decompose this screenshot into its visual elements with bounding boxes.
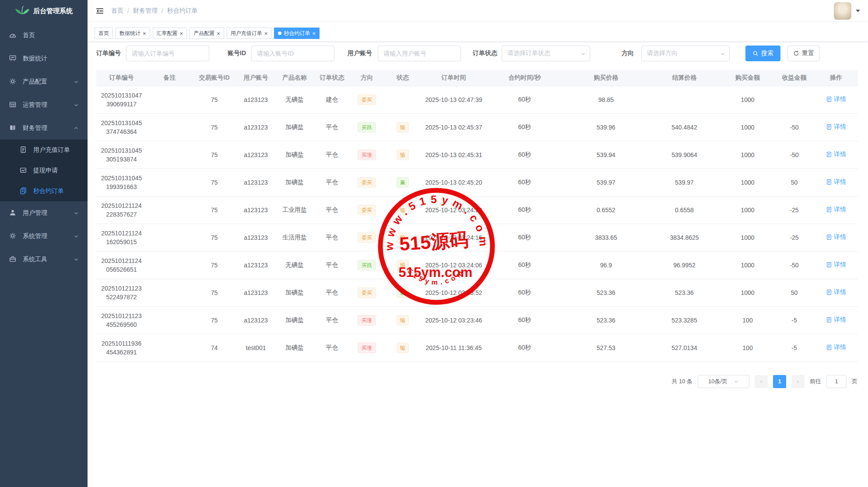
- breadcrumb-home[interactable]: 首页: [111, 7, 123, 15]
- detail-link[interactable]: 详情: [826, 206, 846, 214]
- close-icon[interactable]: ×: [217, 31, 220, 36]
- detail-link[interactable]: 详情: [826, 178, 846, 186]
- sidebar-item-contract-orders[interactable]: 秒合约订单: [0, 181, 88, 201]
- cell-remark: [147, 251, 193, 279]
- goto-page-input[interactable]: [826, 375, 847, 388]
- table-row: 202510121124056526651 75 a123123 无碘盐 平仓 …: [96, 251, 858, 279]
- cell-user-account: a123123: [236, 86, 276, 113]
- user-menu[interactable]: [834, 2, 860, 20]
- col-actions: 操作: [814, 70, 858, 86]
- cell-status: 输: [383, 251, 422, 279]
- table-row: 202510121123522497872 75 a123123 加碘盐 平仓 …: [96, 279, 858, 306]
- sidebar-item-statistics[interactable]: 数据统计: [0, 47, 88, 70]
- sidebar-item-system[interactable]: 系统管理: [0, 224, 88, 248]
- cell-account-id: 75: [193, 86, 236, 113]
- order-no-input[interactable]: [126, 46, 209, 61]
- tab-exchange-rate[interactable]: 汇率配置 ×: [153, 28, 187, 39]
- cell-amount: 1000: [721, 251, 774, 279]
- cell-direction: 委买: [351, 86, 383, 113]
- close-icon[interactable]: ×: [143, 31, 146, 36]
- detail-link[interactable]: 详情: [826, 316, 846, 324]
- detail-link-label: 详情: [834, 178, 846, 186]
- cell-user-account: a123123: [236, 224, 276, 251]
- tab-recharge-orders[interactable]: 用户充值订单 ×: [227, 28, 272, 39]
- cell-order-time: 2025-10-13 02:47:39: [422, 86, 485, 113]
- sidebar-item-operations[interactable]: 运营管理: [0, 93, 88, 116]
- cell-actions: 详情: [814, 224, 858, 251]
- cell-order-status: 平仓: [313, 251, 351, 279]
- table-row: 202510131045374746364 75 a123123 加碘盐 平仓 …: [96, 113, 858, 141]
- tab-label: 首页: [98, 28, 109, 39]
- close-icon[interactable]: ×: [312, 31, 316, 36]
- close-icon[interactable]: ×: [264, 31, 268, 36]
- sidebar-item-tools[interactable]: 系统工具: [0, 248, 88, 271]
- detail-link-label: 详情: [834, 261, 846, 269]
- cell-user-account: a123123: [236, 279, 276, 306]
- cell-order-status: 平仓: [313, 196, 351, 224]
- tab-statistics[interactable]: 数据统计 ×: [116, 28, 150, 39]
- prev-page-button[interactable]: ‹: [755, 375, 768, 388]
- tab-home[interactable]: 首页: [95, 28, 113, 39]
- cell-settle-price: 539.9064: [648, 141, 721, 168]
- cell-remark: [147, 113, 193, 141]
- cell-order-time: 2025-10-13 02:45:20: [422, 168, 485, 196]
- sidebar-item-withdraw-requests[interactable]: 提现申请: [0, 160, 88, 181]
- finance-book-icon: [9, 124, 18, 133]
- order-status-select[interactable]: 请选择订单状态: [502, 46, 590, 61]
- col-order-no: 订单编号: [96, 70, 147, 86]
- dashboard-icon: [9, 31, 18, 40]
- app-logo: 后台管理系统: [0, 0, 88, 22]
- cell-direction: 委买: [351, 224, 383, 251]
- direction-badge: 委买: [358, 287, 376, 298]
- cell-actions: 详情: [814, 279, 858, 306]
- table-row: 202510131047390699117 75 a123123 无碘盐 建仓 …: [96, 86, 858, 113]
- detail-link[interactable]: 详情: [826, 288, 846, 296]
- cell-buy-price: 96.9: [564, 251, 648, 279]
- detail-link[interactable]: 详情: [826, 151, 846, 158]
- cell-profit: -50: [774, 113, 814, 141]
- direction-select[interactable]: 请选择方向: [641, 46, 730, 61]
- cell-order-time: 2025-10-12 03:24:23: [422, 196, 485, 224]
- tab-product-config[interactable]: 产品配置 ×: [190, 28, 224, 39]
- user-avatar[interactable]: [834, 2, 851, 20]
- tab-contract-orders[interactable]: 秒合约订单 ×: [274, 28, 320, 39]
- chevron-down-icon: [720, 51, 725, 56]
- document-icon: [826, 262, 832, 268]
- sidebar-item-users[interactable]: 用户管理: [0, 201, 88, 224]
- account-id-input[interactable]: [251, 46, 334, 61]
- user-account-input[interactable]: [378, 46, 461, 61]
- sidebar-item-finance[interactable]: 财务管理: [0, 116, 88, 140]
- detail-link[interactable]: 详情: [826, 343, 846, 351]
- sidebar-item-recharge-orders[interactable]: 用户充值订单: [0, 140, 88, 160]
- close-icon[interactable]: ×: [180, 31, 183, 36]
- page-size-select[interactable]: 10条/页: [698, 375, 749, 388]
- reset-button[interactable]: 重置: [787, 46, 820, 61]
- chevron-down-icon: [580, 51, 586, 56]
- current-page-button[interactable]: 1: [773, 375, 786, 388]
- document-icon: [826, 151, 832, 158]
- sidebar-collapse-icon[interactable]: [95, 7, 104, 15]
- next-page-button[interactable]: ›: [791, 375, 805, 388]
- cell-order-status: 平仓: [313, 141, 351, 168]
- cell-user-account: a123123: [236, 113, 276, 141]
- col-duration: 合约时间/秒: [485, 70, 564, 86]
- search-button[interactable]: 搜索: [745, 46, 780, 61]
- cell-buy-price: 539.97: [564, 168, 648, 196]
- detail-link[interactable]: 详情: [826, 233, 846, 241]
- cell-buy-price: 539.96: [564, 113, 648, 141]
- direction-badge: 委买: [358, 95, 376, 105]
- cell-status: 输: [383, 334, 422, 361]
- direction-badge: 委买: [358, 205, 376, 215]
- sidebar-item-product-config[interactable]: 产品配置: [0, 70, 88, 93]
- detail-link[interactable]: 详情: [826, 261, 846, 269]
- finance-submenu: 用户充值订单 提现申请 秒合约订单: [0, 140, 88, 201]
- cell-order-no: 202510131047390699117: [96, 86, 147, 113]
- sidebar-item-home[interactable]: 首页: [0, 24, 88, 47]
- detail-link[interactable]: 详情: [826, 95, 846, 103]
- caret-down-icon[interactable]: [856, 10, 860, 12]
- chart-monitor-icon: [9, 54, 18, 63]
- goto-label: 前往: [810, 378, 821, 385]
- sidebar-item-label: 秒合约订单: [33, 187, 79, 195]
- cell-duration: 60秒: [485, 113, 564, 141]
- detail-link[interactable]: 详情: [826, 123, 846, 131]
